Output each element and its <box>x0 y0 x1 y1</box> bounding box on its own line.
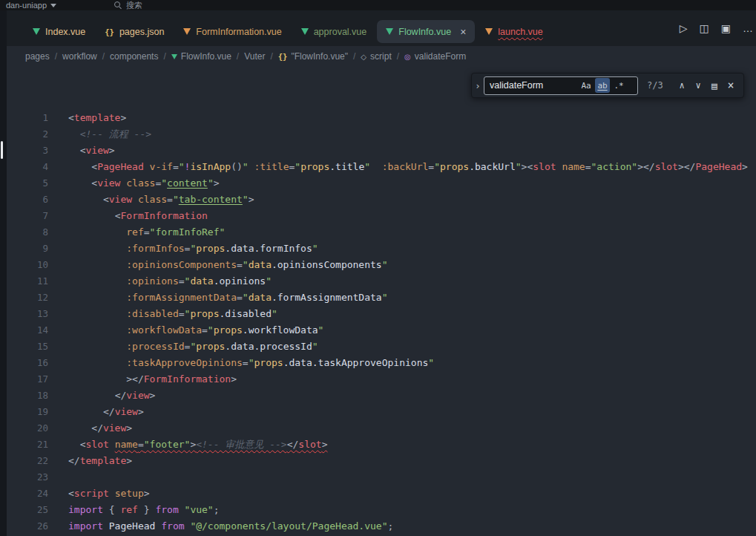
line-number[interactable]: 7 <box>0 208 48 224</box>
more-actions-icon[interactable]: … <box>743 22 753 34</box>
find-in-selection-button[interactable]: ▤ <box>706 77 723 94</box>
line-number[interactable]: 25 <box>0 502 48 518</box>
code-text: <FormInformation <box>68 208 208 224</box>
code-line[interactable]: 15 :processId="props.data.processId" <box>0 339 756 355</box>
breadcrumb-label: workflow <box>62 51 97 62</box>
line-number[interactable]: 22 <box>0 453 48 469</box>
breadcrumb-item-components[interactable]: components <box>110 51 158 62</box>
global-search-button[interactable]: 搜索 <box>114 0 142 11</box>
line-number[interactable]: 14 <box>0 322 48 339</box>
code-text: <view class="content"> <box>68 175 220 192</box>
line-number[interactable]: 13 <box>0 306 48 322</box>
line-number[interactable]: 20 <box>0 420 48 437</box>
code-line[interactable]: 25import { ref } from "vue"; <box>0 502 756 518</box>
line-number[interactable]: 18 <box>0 388 48 404</box>
whole-word-toggle[interactable]: ab <box>595 78 610 93</box>
code-line[interactable]: 5 <view class="content"> <box>0 175 756 192</box>
regex-toggle[interactable]: .* <box>611 78 626 93</box>
run-icon[interactable]: ▷ <box>680 22 688 34</box>
code-line[interactable]: 4 <PageHead v-if="!isInApp()" :title="pr… <box>0 159 756 175</box>
tab-index.vue[interactable]: Index.vue <box>24 20 94 43</box>
code-text: <view> <box>68 143 115 159</box>
previous-match-button[interactable]: ∧ <box>674 77 690 94</box>
line-number[interactable]: 21 <box>0 437 48 453</box>
breadcrumb-item-pages[interactable]: pages <box>25 51 50 62</box>
code-line[interactable]: 10 :opinionsComponents="data.opinionsCom… <box>0 257 756 273</box>
line-number[interactable]: 1 <box>0 110 48 126</box>
breadcrumb-item-vuter[interactable]: Vuter <box>244 51 265 62</box>
json-braces-icon: {} <box>278 52 288 61</box>
code-line[interactable]: 6 <view class="tab-content"> <box>0 192 756 208</box>
vue-file-icon <box>33 28 40 35</box>
code-text: :disabled="props.disabled" <box>68 306 277 322</box>
line-number[interactable]: 2 <box>0 126 48 143</box>
code-line[interactable]: 21 <slot name="footer"><!-- 审批意见 --></sl… <box>0 437 756 453</box>
code-text: <view class="tab-content"> <box>68 192 254 208</box>
code-line[interactable]: 12 :formAssignmentData="data.formAssignm… <box>0 290 756 306</box>
breadcrumb-separator: / <box>397 51 399 62</box>
breadcrumb-item-script[interactable]: ◇script <box>361 51 391 62</box>
vue-file-icon <box>386 28 393 35</box>
code-line[interactable]: 9 :formInfos="props.data.formInfos" <box>0 241 756 257</box>
tab-approval.vue[interactable]: approval.vue <box>292 20 376 43</box>
line-number[interactable]: 11 <box>0 273 48 290</box>
code-editor[interactable]: › Aa ab .* ?/3 ∧ ∨ ▤ × 1<template>2 <!--… <box>0 67 756 536</box>
line-number[interactable]: 17 <box>0 371 48 388</box>
line-number[interactable]: 9 <box>0 241 48 257</box>
code-line[interactable]: 26import PageHead from "@/components/lay… <box>0 518 756 535</box>
line-number[interactable]: 6 <box>0 192 48 208</box>
code-line[interactable]: 2 <!-- 流程 --> <box>0 126 756 143</box>
line-number[interactable]: 19 <box>0 404 48 420</box>
find-input[interactable] <box>490 80 577 91</box>
line-number[interactable]: 4 <box>0 159 48 175</box>
tab-forminformation.vue[interactable]: FormInformation.vue <box>174 20 290 43</box>
code-line[interactable]: 18 </view> <box>0 388 756 404</box>
activity-bar-indicator <box>1 141 3 159</box>
breadcrumb-item-workflow[interactable]: workflow <box>62 51 97 62</box>
code-line[interactable]: 20 </view> <box>0 420 756 437</box>
breadcrumb-item-flowinfo.vue[interactable]: {}"FlowInfo.vue" <box>278 51 348 62</box>
breadcrumb-item-flowinfo.vue[interactable]: FlowInfo.vue <box>171 51 231 62</box>
code-line[interactable]: 8 ref="formInfoRef" <box>0 224 756 241</box>
tab-label: Index.vue <box>45 27 85 37</box>
toggle-replace-button[interactable]: › <box>472 73 484 97</box>
tab-launch.vue[interactable]: launch.vue <box>476 20 551 43</box>
layout-icon[interactable]: ▣ <box>721 22 731 34</box>
tab-pages.json[interactable]: {}pages.json <box>96 20 173 43</box>
close-find-button[interactable]: × <box>723 77 739 94</box>
split-editor-icon[interactable]: ◫ <box>700 22 709 34</box>
line-number[interactable]: 23 <box>0 469 48 486</box>
code-line[interactable]: 16 :taskApproveOpinions="props.data.task… <box>0 355 756 371</box>
chevron-right-icon: › <box>475 80 481 91</box>
tab-label: launch.vue <box>498 27 542 37</box>
code-line[interactable]: 3 <view> <box>0 143 756 159</box>
code-line[interactable]: 19 </view> <box>0 404 756 420</box>
code-line[interactable]: 24<script setup> <box>0 486 756 502</box>
line-number[interactable]: 16 <box>0 355 48 371</box>
code-line[interactable]: 23 <box>0 469 756 486</box>
code-line[interactable]: 22</template> <box>0 453 756 469</box>
code-text: ref="formInfoRef" <box>68 224 225 241</box>
line-number[interactable]: 5 <box>0 175 48 192</box>
code-line[interactable]: 17 ></FormInformation> <box>0 371 756 388</box>
code-line[interactable]: 13 :disabled="props.disabled" <box>0 306 756 322</box>
line-number[interactable]: 12 <box>0 290 48 306</box>
code-line[interactable]: 1<template> <box>0 110 756 126</box>
breadcrumb-item-validateform[interactable]: ◎validateForm <box>404 51 466 62</box>
tab-flowinfo.vue[interactable]: FlowInfo.vue× <box>377 20 475 43</box>
line-number[interactable]: 26 <box>0 518 48 535</box>
code-line[interactable]: 11 :opinions="data.opinions" <box>0 273 756 290</box>
next-match-button[interactable]: ∨ <box>690 77 706 94</box>
project-menu[interactable]: dan-uniapp <box>6 1 56 10</box>
code-line[interactable]: 7 <FormInformation <box>0 208 756 224</box>
code-line[interactable]: 14 :workflowData="props.workflowData" <box>0 322 756 339</box>
editor-tab-bar: Index.vue{}pages.jsonFormInformation.vue… <box>0 10 756 46</box>
code-text: <template> <box>68 110 126 126</box>
close-icon[interactable]: × <box>460 27 466 37</box>
line-number[interactable]: 15 <box>0 339 48 355</box>
line-number[interactable]: 10 <box>0 257 48 273</box>
line-number[interactable]: 24 <box>0 486 48 502</box>
line-number[interactable]: 3 <box>0 143 48 159</box>
line-number[interactable]: 8 <box>0 224 48 241</box>
match-case-toggle[interactable]: Aa <box>579 78 594 93</box>
